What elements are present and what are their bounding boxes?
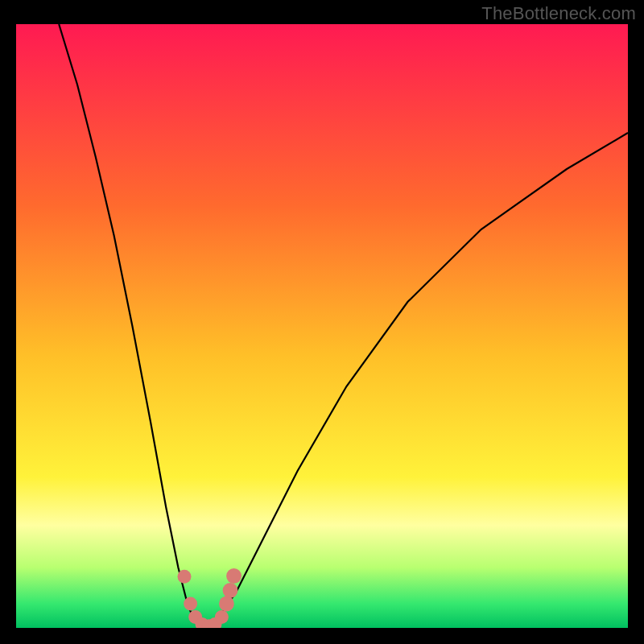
- data-marker: [215, 610, 229, 624]
- data-marker: [178, 570, 192, 584]
- gradient-background: [16, 24, 628, 628]
- data-marker: [219, 597, 234, 612]
- data-marker: [226, 568, 242, 584]
- chart-svg: [16, 24, 628, 628]
- chart-frame: TheBottleneck.com: [0, 0, 644, 644]
- plot-area: [16, 24, 628, 628]
- watermark-text: TheBottleneck.com: [481, 3, 636, 24]
- data-marker: [184, 597, 197, 611]
- data-marker: [223, 583, 238, 598]
